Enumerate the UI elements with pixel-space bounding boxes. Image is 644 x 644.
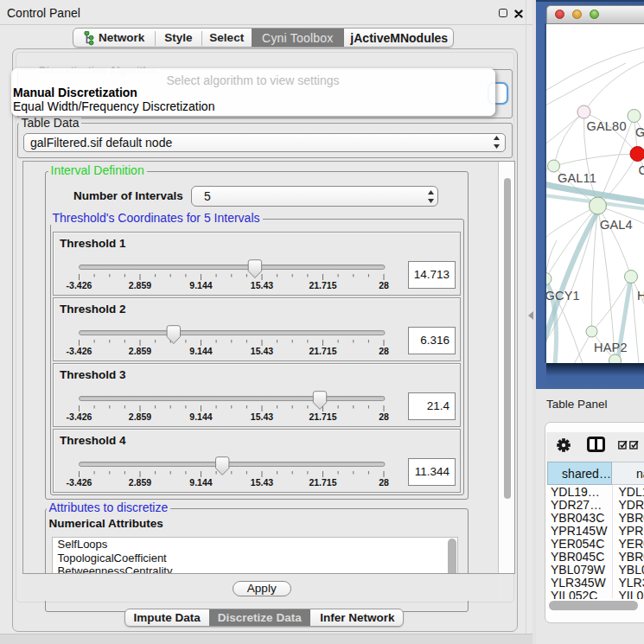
svg-text:9.144: 9.144 bbox=[189, 345, 212, 355]
svg-text:28: 28 bbox=[379, 476, 389, 487]
svg-text:C: C bbox=[638, 163, 644, 177]
svg-text:GCY1: GCY1 bbox=[546, 288, 580, 302]
svg-text:GAL80: GAL80 bbox=[586, 119, 626, 133]
svg-text:-3.426: -3.426 bbox=[67, 411, 92, 421]
svg-text:9.144: 9.144 bbox=[189, 411, 212, 421]
svg-text:HAP2: HAP2 bbox=[594, 340, 628, 354]
svg-text:21.715: 21.715 bbox=[309, 411, 336, 421]
svg-text:21.715: 21.715 bbox=[309, 345, 336, 355]
svg-text:9.144: 9.144 bbox=[189, 476, 212, 487]
svg-text:HI: HI bbox=[637, 288, 644, 302]
svg-text:2.859: 2.859 bbox=[129, 279, 151, 290]
svg-text:15.43: 15.43 bbox=[251, 411, 273, 421]
svg-text:2.859: 2.859 bbox=[129, 411, 151, 421]
svg-text:28: 28 bbox=[379, 345, 389, 355]
svg-text:28: 28 bbox=[379, 279, 389, 290]
svg-text:15.43: 15.43 bbox=[251, 476, 273, 487]
svg-text:GA: GA bbox=[635, 125, 644, 139]
svg-text:15.43: 15.43 bbox=[251, 279, 273, 290]
svg-text:9.144: 9.144 bbox=[189, 279, 212, 290]
svg-text:28: 28 bbox=[379, 411, 389, 421]
svg-text:2.859: 2.859 bbox=[129, 345, 151, 355]
svg-text:15.43: 15.43 bbox=[251, 345, 273, 355]
svg-text:-3.426: -3.426 bbox=[67, 279, 92, 290]
svg-text:GAL11: GAL11 bbox=[558, 171, 596, 185]
svg-text:2.859: 2.859 bbox=[129, 476, 151, 487]
svg-text:21.715: 21.715 bbox=[309, 279, 336, 290]
svg-text:-3.426: -3.426 bbox=[67, 476, 92, 487]
svg-text:-3.426: -3.426 bbox=[67, 345, 92, 355]
svg-text:21.715: 21.715 bbox=[309, 476, 336, 487]
svg-text:GAL4: GAL4 bbox=[600, 218, 633, 232]
